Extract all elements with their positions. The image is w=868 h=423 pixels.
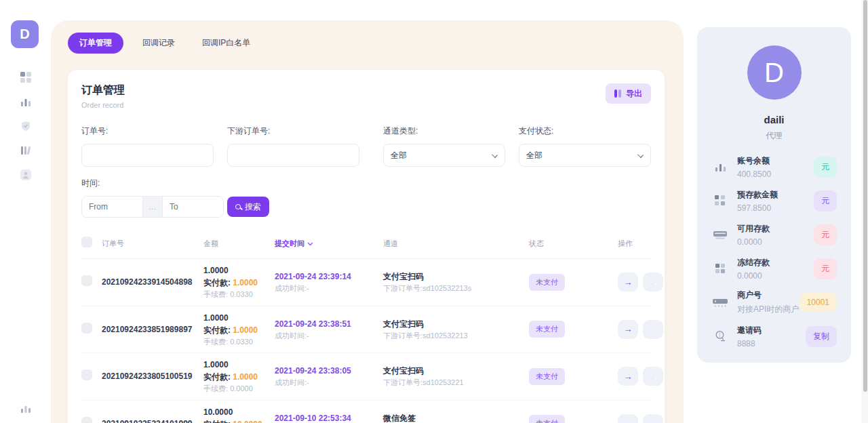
- channel-name: 微信免签: [383, 412, 529, 423]
- row-checkbox[interactable]: [81, 323, 92, 334]
- order-info-button[interactable]: [643, 273, 663, 291]
- stat-invite-code: 邀请码 8888 复制: [697, 319, 851, 353]
- shield-check-icon[interactable]: [20, 120, 31, 132]
- downstream-order-no: 下游订单号:sd102532213s: [383, 283, 529, 294]
- status-badge: 未支付: [529, 415, 565, 423]
- fee-amount: 0.0330: [230, 290, 253, 298]
- order-number: 20210924233851989897: [102, 325, 203, 334]
- header-order-no: 订单号: [102, 239, 203, 249]
- channel-name: 支付宝扫码: [383, 318, 529, 330]
- left-nav-rail: D: [0, 0, 51, 423]
- unit-badge: 元: [814, 258, 837, 279]
- go-detail-button[interactable]: →: [618, 414, 638, 423]
- order-info-button[interactable]: [643, 320, 663, 339]
- table-row: 20210924233914504898 1.0000 实付款: 1.0000 …: [81, 259, 651, 306]
- amount: 10.0000: [203, 406, 275, 418]
- app-logo[interactable]: D: [11, 20, 39, 48]
- profile-role: 代理: [697, 130, 851, 142]
- select-all-checkbox[interactable]: [81, 237, 92, 247]
- status-badge: 未支付: [529, 368, 565, 385]
- unit-badge: 元: [814, 224, 837, 245]
- stat-prepaid-amount: 预存款金额 597.8500 元: [697, 184, 851, 218]
- amount: 1.0000: [203, 359, 275, 371]
- order-number: 20210924233805100519: [102, 371, 203, 381]
- submit-time: 2021-09-10 22:53:34: [275, 412, 383, 423]
- paid-amount: 1.0000: [233, 278, 258, 287]
- header-channel: 通道: [383, 239, 529, 249]
- table-row: 20210924233805100519 1.0000 实付款: 1.0000 …: [81, 353, 651, 401]
- chevron-down-icon: [492, 152, 498, 158]
- bar-chart-icon[interactable]: [20, 96, 31, 107]
- row-checkbox[interactable]: [81, 417, 92, 423]
- merchant-id-badge: 10001: [800, 293, 837, 312]
- downstream-order-no: 下游订单号:sd10253221: [383, 377, 529, 388]
- profile-name: daili: [697, 114, 851, 125]
- copy-button[interactable]: 复制: [806, 326, 837, 347]
- channel-name: 支付宝扫码: [383, 270, 529, 283]
- arrow-right-icon: →: [624, 325, 633, 334]
- success-time: 成功时间:-: [275, 283, 383, 294]
- header-status: 状态: [529, 239, 592, 249]
- header-submit-time[interactable]: 提交时间: [275, 239, 383, 249]
- dashboard-grid-icon[interactable]: [20, 71, 31, 83]
- go-detail-button[interactable]: →: [618, 320, 638, 339]
- order-no-label: 订单号:: [81, 125, 227, 137]
- arrow-right-icon: →: [624, 372, 633, 381]
- order-info-button[interactable]: [643, 414, 663, 423]
- downstream-order-input[interactable]: [227, 144, 359, 167]
- order-management-card: 订单管理 Order record 导出 订单号: 下游订单号: 通道类型: 全…: [68, 70, 665, 423]
- order-number: 20210910225334101999: [102, 419, 203, 423]
- order-info-button[interactable]: [643, 367, 663, 386]
- search-icon: [235, 204, 241, 209]
- tab-callback-record[interactable]: 回调记录: [134, 33, 183, 54]
- export-button[interactable]: 导出: [606, 83, 651, 104]
- sort-desc-icon: [307, 241, 313, 247]
- page-scrollbar: [861, 0, 868, 423]
- scrollbar-thumb[interactable]: [863, 0, 867, 392]
- server-icon: [711, 297, 729, 308]
- channel-type-select[interactable]: 全部: [383, 144, 505, 167]
- orders-table: 订单号 金额 提交时间 通道 状态 操作 2021092423391450489…: [81, 237, 651, 423]
- success-time: 成功时间:-: [275, 330, 383, 342]
- row-checkbox[interactable]: [81, 275, 92, 286]
- export-icon: [614, 89, 621, 98]
- paid-amount: 1.0000: [233, 325, 258, 335]
- fee-amount: 0.0330: [230, 338, 253, 346]
- pay-status-label: 支付状态:: [519, 125, 651, 137]
- search-button[interactable]: 搜索: [227, 197, 269, 217]
- submit-time: 2021-09-24 23:39:14: [275, 270, 383, 283]
- channel-type-label: 通道类型:: [383, 125, 519, 137]
- paid-amount: 10.0000: [233, 420, 262, 423]
- status-badge: 未支付: [529, 321, 565, 338]
- order-number: 20210924233914504898: [102, 277, 203, 287]
- stat-available-deposit: 可用存款 0.0000 元: [697, 218, 851, 251]
- go-detail-button[interactable]: →: [618, 273, 638, 291]
- bar-chart-icon: [711, 161, 729, 172]
- date-to-input[interactable]: [163, 197, 223, 217]
- stats-chart-icon[interactable]: [20, 402, 31, 414]
- library-icon[interactable]: [20, 144, 31, 156]
- stat-account-balance: 账号余额 400.8500 元: [697, 150, 851, 184]
- downstream-order-no: 下游订单号:sd102532213: [383, 330, 529, 342]
- order-no-input[interactable]: [81, 144, 214, 167]
- top-tabs: 订单管理 回调记录 回调IP白名单: [51, 20, 684, 54]
- date-from-input[interactable]: [82, 197, 142, 217]
- table-row: 20210910225334101999 10.0000 实付款: 10.000…: [81, 401, 651, 423]
- grid-icon: [711, 264, 729, 273]
- tab-callback-ip-whitelist[interactable]: 回调IP白名单: [194, 33, 258, 54]
- header-ops: 操作: [592, 239, 651, 249]
- unit-badge: 元: [814, 190, 837, 212]
- tab-order-management[interactable]: 订单管理: [68, 33, 123, 54]
- row-checkbox[interactable]: [81, 369, 92, 380]
- go-detail-button[interactable]: →: [618, 367, 638, 386]
- pay-status-select[interactable]: 全部: [519, 144, 651, 167]
- time-label: 时间:: [81, 178, 651, 189]
- submit-time: 2021-09-24 23:38:05: [275, 365, 383, 377]
- user-icon[interactable]: [20, 169, 31, 180]
- chevron-down-icon: [637, 152, 644, 158]
- arrow-right-icon: →: [624, 278, 633, 287]
- page-title: 订单管理: [81, 83, 651, 98]
- header-amount: 金额: [203, 239, 275, 249]
- amount: 1.0000: [203, 312, 275, 324]
- stat-merchant-id: 商户号 对接API时的商户号 10001: [697, 285, 851, 319]
